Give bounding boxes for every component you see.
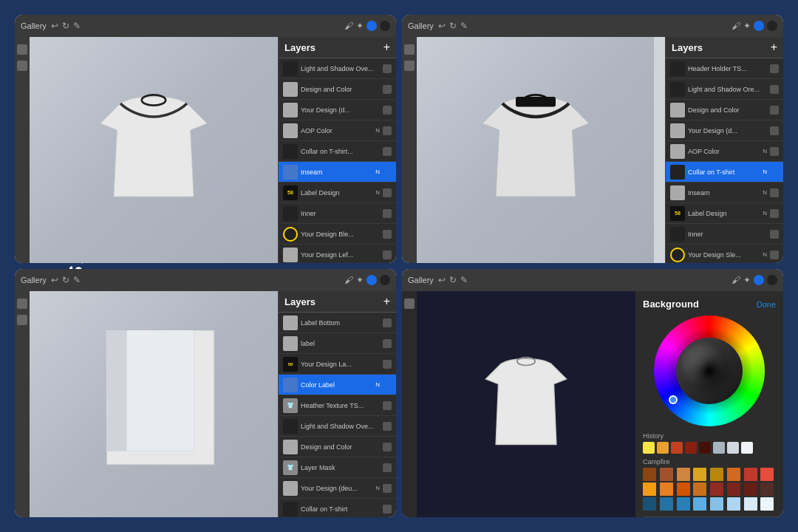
palette-swatch-4[interactable] xyxy=(710,468,723,481)
palette-swatch-10[interactable] xyxy=(677,482,690,496)
color-dot-4[interactable] xyxy=(767,21,777,31)
layer-row-2-0[interactable]: Header Holder TS... xyxy=(666,58,783,79)
layer-check-2-7[interactable] xyxy=(770,209,779,218)
palette-swatch-2[interactable] xyxy=(677,468,690,481)
history-swatch-6[interactable] xyxy=(727,442,739,454)
undo-icon-3[interactable]: ↩ xyxy=(51,275,58,285)
layer-row-3-2[interactable]: 58 Your Design La... xyxy=(279,354,396,375)
history-swatch-5[interactable] xyxy=(713,442,725,454)
layer-check-1-1[interactable] xyxy=(383,85,392,94)
pen-icon-2[interactable]: ✎ xyxy=(460,21,468,31)
smudge-icon-2[interactable]: ✦ xyxy=(743,21,751,31)
color-dot-1[interactable] xyxy=(366,21,377,31)
color-wheel-container[interactable] xyxy=(654,316,765,426)
smudge-icon-4[interactable]: ✦ xyxy=(743,275,751,285)
layer-row-3-1[interactable]: label xyxy=(279,333,396,354)
strip-btn-5[interactable] xyxy=(17,299,27,309)
undo-icon-2[interactable]: ↩ xyxy=(438,21,446,31)
layer-row-2-1[interactable]: Light and Shadow Ore... xyxy=(666,79,783,100)
redo-icon-3[interactable]: ↻ xyxy=(62,275,69,285)
pen-icon-1[interactable]: ✎ xyxy=(73,21,81,31)
layer-check-3-3[interactable] xyxy=(383,381,392,389)
palette-swatch-18[interactable] xyxy=(677,497,690,511)
strip-btn-7[interactable] xyxy=(404,299,415,309)
smudge-icon-1[interactable]: ✦ xyxy=(356,21,364,31)
brush-icon-3[interactable]: 🖌 xyxy=(344,275,353,285)
layer-row-3-0[interactable]: Label Bottom xyxy=(279,313,396,333)
layer-check-3-2[interactable] xyxy=(383,360,392,369)
palette-swatch-14[interactable] xyxy=(744,482,757,496)
layers-add-3[interactable]: + xyxy=(383,295,390,308)
layer-check-3-8[interactable] xyxy=(383,484,392,493)
layer-check-2-1[interactable] xyxy=(770,85,779,94)
palette-swatch-20[interactable] xyxy=(710,497,723,511)
palette-swatch-6[interactable] xyxy=(744,468,757,481)
layer-row-1-9[interactable]: Your Design Lef... xyxy=(279,245,396,263)
color-dot-8[interactable] xyxy=(767,275,777,285)
layer-check-2-3[interactable] xyxy=(770,126,779,135)
gallery-label-4[interactable]: Gallery xyxy=(408,276,434,284)
palette-swatch-7[interactable] xyxy=(760,468,774,481)
layer-row-2-7[interactable]: 58 Label Design N xyxy=(666,203,783,224)
layer-row-2-2[interactable]: Design and Color xyxy=(666,100,783,120)
layer-row-1-7[interactable]: Inner xyxy=(279,203,396,224)
layer-row-2-8[interactable]: Inner xyxy=(666,224,783,245)
palette-swatch-13[interactable] xyxy=(727,482,740,496)
layer-check-3-1[interactable] xyxy=(383,339,392,348)
color-dot-3[interactable] xyxy=(754,21,764,31)
palette-swatch-8[interactable] xyxy=(643,482,656,496)
layer-check-1-9[interactable] xyxy=(383,250,392,259)
palette-swatch-23[interactable] xyxy=(760,497,774,511)
history-swatch-0[interactable] xyxy=(643,442,655,454)
palette-swatch-5[interactable] xyxy=(727,468,740,481)
palette-swatch-15[interactable] xyxy=(760,482,774,496)
layer-check-1-0[interactable] xyxy=(383,64,392,73)
layer-check-2-2[interactable] xyxy=(770,106,779,115)
layer-check-1-7[interactable] xyxy=(383,209,392,218)
layer-row-2-4[interactable]: AOP Color N xyxy=(666,141,783,162)
layer-check-2-8[interactable] xyxy=(770,230,779,239)
strip-btn-1[interactable] xyxy=(17,44,27,55)
palette-swatch-1[interactable] xyxy=(660,468,673,481)
palette-swatch-22[interactable] xyxy=(744,497,757,511)
history-swatch-1[interactable] xyxy=(657,442,669,454)
palette-swatch-11[interactable] xyxy=(693,482,706,496)
history-swatch-4[interactable] xyxy=(699,442,711,454)
layer-row-3-8[interactable]: Your Design (deu... N xyxy=(279,478,396,499)
gallery-label-3[interactable]: Gallery xyxy=(21,276,47,284)
color-dot-7[interactable] xyxy=(754,275,764,285)
palette-swatch-19[interactable] xyxy=(693,497,706,511)
history-swatch-3[interactable] xyxy=(685,442,697,454)
layer-check-1-5[interactable] xyxy=(383,168,392,177)
strip-btn-2[interactable] xyxy=(17,61,27,71)
layer-row-3-5[interactable]: Light and Shadow Ove... xyxy=(279,416,396,437)
layer-row-3-7[interactable]: 👕 Layer Mask xyxy=(279,457,396,478)
layer-row-1-1[interactable]: Design and Color xyxy=(279,79,396,100)
layer-row-1-4[interactable]: Collar on T-shirt... xyxy=(279,141,396,162)
layers-add-1[interactable]: + xyxy=(383,41,390,54)
palette-swatch-17[interactable] xyxy=(660,497,673,511)
layer-row-1-5[interactable]: Inseam N xyxy=(279,162,396,183)
history-swatch-2[interactable] xyxy=(671,442,683,454)
layer-check-2-4[interactable] xyxy=(770,147,779,156)
undo-icon-4[interactable]: ↩ xyxy=(438,275,446,285)
layer-row-3-9[interactable]: Collar on T-shirt xyxy=(279,499,396,517)
layer-check-2-6[interactable] xyxy=(770,188,779,197)
brush-icon-1[interactable]: 🖌 xyxy=(344,21,353,31)
palette-swatch-21[interactable] xyxy=(727,497,740,511)
gallery-label-1[interactable]: Gallery xyxy=(21,21,47,30)
redo-icon-4[interactable]: ↻ xyxy=(449,275,457,285)
layer-row-2-6[interactable]: Inseam N xyxy=(666,183,783,203)
layer-row-2-5[interactable]: Collar on T-shirt N xyxy=(666,162,783,183)
palette-swatch-0[interactable] xyxy=(643,468,656,481)
history-swatch-7[interactable] xyxy=(741,442,753,454)
layer-check-1-2[interactable] xyxy=(383,106,392,115)
layer-row-3-3[interactable]: Color Label N xyxy=(279,375,396,395)
layer-row-3-6[interactable]: Design and Color xyxy=(279,437,396,457)
brush-icon-4[interactable]: 🖌 xyxy=(732,275,740,285)
layer-row-1-0[interactable]: Light and Shadow Ove... xyxy=(279,58,396,79)
color-dot-6[interactable] xyxy=(380,275,390,285)
layer-check-1-8[interactable] xyxy=(383,230,392,239)
palette-swatch-12[interactable] xyxy=(710,482,723,496)
layer-row-2-9[interactable]: Your Design Sle... N xyxy=(666,245,783,263)
